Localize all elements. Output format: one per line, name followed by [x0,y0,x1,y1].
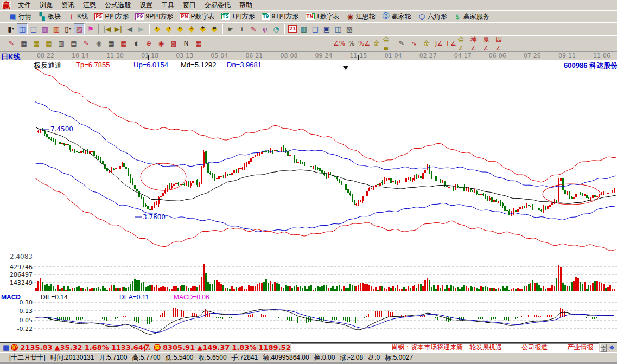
report-button[interactable]: ▤ [310,23,321,34]
workstation-button[interactable]: ▧ [344,23,355,34]
gann-tool-5-button[interactable]: 金≡ [383,38,395,49]
calendar-button[interactable]: 21 [287,23,298,34]
first-bar-button[interactable]: |◀ [101,23,112,34]
menu-item-7[interactable]: 工具 [157,0,179,10]
candle-type-button[interactable]: ▯▾ [62,23,73,34]
gann-tool-2-button[interactable]: % [346,38,358,49]
menu-item-8[interactable]: 窗口 [179,0,200,10]
flag-marker-button[interactable]: ⚑ [85,23,96,34]
draw-tool-12-button[interactable]: ⊕ [143,38,155,49]
menu-item-5[interactable]: 公式选股 [100,0,135,10]
stock-code-name[interactable]: 600986 科达股份 [564,61,617,71]
zoom-h-button[interactable]: ◆↔ [175,23,186,34]
gann-tool-3-button[interactable]: %∠ [358,38,370,49]
news-spinner[interactable]: ▴ ▾ [600,344,607,352]
toolbar-kline-button[interactable]: ⌇K线 [65,11,91,22]
toolbar-9t-square-button[interactable]: T99T四方形 [259,11,302,22]
indicator-name[interactable]: 极反通道 [34,61,62,71]
gann-tool-11-button[interactable]: 金∠ [458,38,470,49]
gann-tool-9-button[interactable]: J∠ [433,38,445,49]
toolbar-t-number-button[interactable]: TNT数字表 [303,11,342,22]
menu-item-1[interactable]: 文件 [14,0,35,10]
gann-tool-14-button[interactable]: 四∠ [495,38,507,49]
toolbar-9p-square-button[interactable]: P99P四方形 [132,11,176,22]
menu-item-2[interactable]: 浏览 [35,0,57,10]
kline-style-button[interactable]: ▮▾ [5,23,16,34]
toolbar-grip[interactable] [2,11,3,21]
draw-tool-11-button[interactable]: ◖ [130,38,142,49]
draw-tool-8-button[interactable]: ◉ [93,38,105,49]
magic-tool-button[interactable]: ψ [259,23,270,34]
toolbar-t-square-button[interactable]: TST四方形 [219,11,258,22]
gann-grid-button[interactable]: ▨ [74,23,85,34]
gann-tool-4-button[interactable]: 金 [371,38,383,49]
toolbar-p-number-button[interactable]: PNP数字表 [177,11,217,22]
pan-right-button[interactable]: ◆→ [163,23,174,34]
last-bar-button[interactable]: ▶| [113,23,124,34]
toolbar-winner-wheel-button[interactable]: Ⓑ赢家轮 [379,11,414,22]
trend-chart-button[interactable]: ▥ [51,23,62,34]
draw-tool-9-button[interactable]: ▦ [105,38,117,49]
zoom-mode-button[interactable]: ◫ [17,23,28,34]
menu-item-9[interactable]: 交易委托 [200,0,235,10]
sphere-tool-button[interactable]: ◔ [271,23,282,34]
spinner-up-icon[interactable]: ▴ [600,344,607,348]
gann-tool-1-button[interactable]: ∠% [333,38,345,49]
toolbar-quotes-button[interactable]: ▦行情 [6,11,34,22]
news-link-company[interactable]: 公司报道 [521,343,548,352]
gann-tool-7-button[interactable]: ∿ [408,38,420,49]
swap-view-button[interactable]: ◆⇄ [209,23,220,34]
macd-panel[interactable]: MACD DIF=0.14 DEA=0.11 MACD=0.06 0.300.1… [0,293,617,342]
app-corner-icon[interactable]: ❖ [609,344,615,352]
gann-tool-8-button[interactable]: 金 [421,38,432,49]
save-button[interactable]: ▣ [321,23,332,34]
gann-tool-10-button[interactable]: F∠ [446,38,457,49]
draw-tool-14-button[interactable]: ▩ [168,38,180,49]
sh-index-quote[interactable]: 沪 2135.83 ▲35.32 1.68% 1133.64亿 [11,343,150,353]
draw-tool-7-button[interactable]: ✎ [80,38,92,49]
main-chart-panel[interactable]: 极反通道 Tp=6.7855 Up=6.0154 Md=5.1292 Dn=3.… [0,60,617,264]
draw-tool-5-button[interactable]: ▥ [55,38,67,49]
menu-item-10[interactable]: 帮助 [235,0,257,10]
news-link-industry[interactable]: 产业情报 [567,343,593,352]
draw-tool-4-button[interactable]: ▦ [43,38,55,49]
sz-index-quote[interactable]: 深 8305.91 ▲149.37 1.83% 1189.52亿 [154,343,290,353]
draw-tool-13-button[interactable]: ◉ [155,38,167,49]
prev-bar-button[interactable]: ◀ [124,23,135,34]
crosshair-button[interactable]: + [237,23,247,34]
news-headline[interactable]: 肖钢：资本市场将迎来新一轮发展机遇 [391,343,502,352]
network-button[interactable]: ◫ [333,23,344,34]
app-logo-icon[interactable]: 赢 [2,1,11,9]
menu-item-6[interactable]: 设置 [135,0,157,10]
zoom-v-button[interactable]: ◆↕ [186,23,197,34]
toolbar-grip[interactable] [2,24,3,34]
hand-tool-button[interactable]: ☛ [225,23,236,34]
draw-tool-1-button[interactable]: ✎ [5,38,17,49]
toolbar-gann-wheel-button[interactable]: ◉江恩轮 [344,11,378,22]
draw-tool-15-button[interactable]: Ν [180,38,192,49]
calculator-button[interactable]: ▦ [298,23,309,34]
draw-tool-16-button[interactable]: ▦ [193,38,205,49]
volume-panel[interactable]: 429746286497143249 [0,264,617,293]
toolbar-hexagon-button[interactable]: ⬡六角形 [415,11,450,22]
draw-tool-3-button[interactable]: ▦ [30,38,42,49]
toolbar-grip[interactable] [2,39,3,48]
mark-pen-button[interactable]: ✎ [248,23,259,34]
menu-item-3[interactable]: 资讯 [57,0,79,10]
toolbar-p-square-button[interactable]: PSP四方形 [92,11,131,22]
pan-left-button[interactable]: ◆← [152,23,163,34]
spinner-down-icon[interactable]: ▾ [600,348,607,352]
gann-tool-13-button[interactable]: 赢∠ [483,38,495,49]
vol-chart-button[interactable]: ▥ [40,23,50,34]
draw-tool-2-button[interactable]: ▦ [18,38,30,49]
toolbar-sectors-button[interactable]: ▚板块 [35,11,63,22]
gann-tool-12-button[interactable]: 神∠ [470,38,482,49]
f10-info-button[interactable]: ▤ [28,23,39,34]
next-bar-button[interactable]: ▶ [136,23,147,34]
period-label[interactable]: 日K线 [1,52,20,62]
draw-tool-10-button[interactable]: ▦ [118,38,130,49]
quote-table-icon[interactable]: ▦ [3,343,9,352]
menu-item-4[interactable]: 江恩 [79,0,100,10]
gann-tool-6-button[interactable]: ✎ [396,38,408,49]
toolbar-winner-service-button[interactable]: $赢家服务 [451,11,492,22]
